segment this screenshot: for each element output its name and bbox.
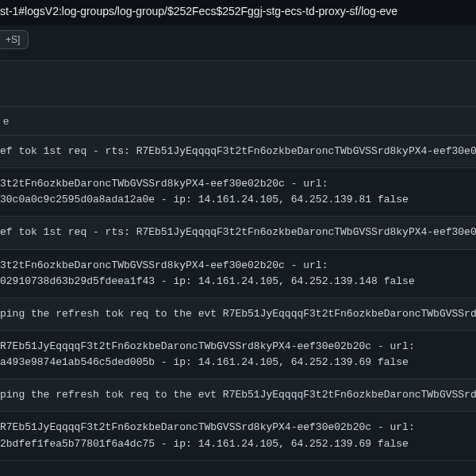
log-row[interactable]: 3t2tFn6ozkbeDaroncTWbGVSSrd8kyPX4-eef30e… (0, 168, 476, 217)
browser-url-fragment[interactable]: st-1#logsV2:log-groups/log-group/$252Fec… (0, 0, 476, 25)
log-row[interactable]: 3t2tFn6ozkbeDaroncTWbGVSSrd8kyPX4-eef30e… (0, 250, 476, 298)
log-row[interactable]: R7Eb51JyEqqqqF3t2tFn6ozkbeDaroncTWbGVSSr… (0, 331, 476, 379)
column-header-message[interactable]: e (0, 107, 476, 136)
toolbar-area (0, 61, 476, 107)
log-row[interactable]: ping the refresh tok req to the evt R7Eb… (0, 379, 476, 412)
log-row[interactable]: ef tok 1st req - rts: R7Eb51JyEqqqqF3t2t… (0, 136, 476, 168)
log-row[interactable]: ef tok 1st req - rts: R7Eb51JyEqqqqF3t2t… (0, 217, 476, 249)
log-event-list: ef tok 1st req - rts: R7Eb51JyEqqqqF3t2t… (0, 136, 476, 461)
shortcut-row: +S] (0, 25, 476, 61)
keyboard-shortcut-badge: +S] (0, 30, 29, 49)
log-row[interactable]: ping the refresh tok req to the evt R7Eb… (0, 298, 476, 331)
log-row[interactable]: R7Eb51JyEqqqqF3t2tFn6ozkbeDaroncTWbGVSSr… (0, 412, 476, 460)
